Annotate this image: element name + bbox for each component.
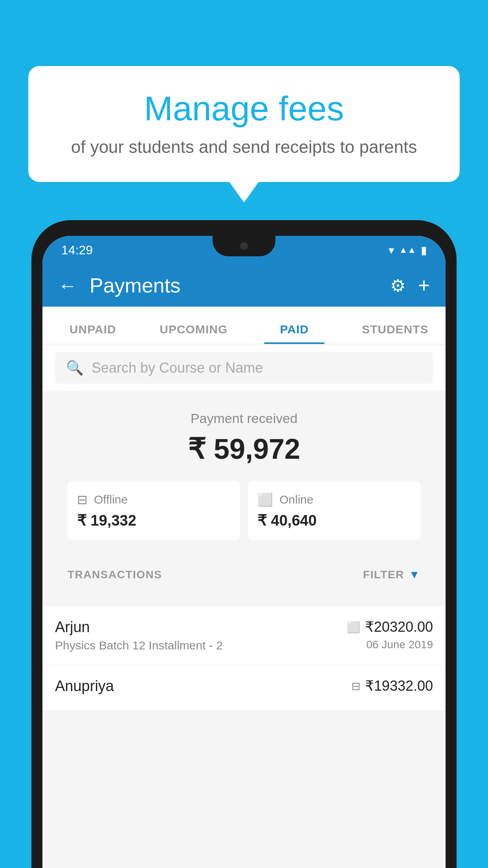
tx-pay-icon-offline: ⊟ (351, 680, 360, 693)
transactions-label: TRANSACTIONS (68, 568, 162, 581)
payment-section: Payment received ₹ 59,972 ⊟ Offline ₹ 19… (42, 392, 446, 606)
tx-left: Anupriya (55, 678, 114, 698)
camera-dot (240, 242, 248, 250)
online-icon: ⬜ (257, 492, 273, 507)
transactions-list: Arjun Physics Batch 12 Installment - 2 ⬜… (42, 606, 446, 711)
status-icons: ▾ ▲▲ ▮ (389, 244, 427, 257)
payment-amount: ₹ 59,972 (55, 432, 433, 465)
bubble-title: Manage fees (47, 90, 441, 128)
offline-icon: ⊟ (77, 492, 88, 507)
bubble-subtitle: of your students and send receipts to pa… (47, 137, 441, 157)
transactions-header: TRANSACTIONS FILTER ▼ (55, 559, 433, 590)
table-row[interactable]: Anupriya ⊟ ₹19332.00 (42, 665, 446, 711)
search-container: 🔍 Search by Course or Name (42, 344, 446, 392)
phone-screen: 14:29 ▾ ▲▲ ▮ ← Payments ⚙ + UNPAID UPCOM… (42, 236, 446, 868)
app-bar-icons: ⚙ + (390, 274, 430, 297)
tx-name: Arjun (55, 619, 223, 636)
tab-students[interactable]: STUDENTS (345, 323, 446, 344)
tx-right: ⊟ ₹19332.00 (351, 678, 433, 697)
tx-amount-row: ⊟ ₹19332.00 (351, 678, 433, 694)
online-card: ⬜ Online ₹ 40,640 (248, 481, 420, 540)
app-title: Payments (90, 274, 390, 297)
speech-bubble: Manage fees of your students and send re… (28, 66, 460, 182)
back-button[interactable]: ← (58, 275, 77, 296)
filter-label: FILTER (363, 568, 404, 581)
offline-label: Offline (94, 493, 128, 506)
online-label: Online (279, 493, 314, 506)
tx-right: ⬜ ₹20320.00 06 June 2019 (347, 619, 433, 651)
tx-left: Arjun Physics Batch 12 Installment - 2 (55, 619, 223, 652)
offline-card: ⊟ Offline ₹ 19,332 (68, 481, 240, 540)
add-icon[interactable]: + (418, 274, 430, 297)
status-bar: 14:29 ▾ ▲▲ ▮ (42, 236, 446, 264)
status-time: 14:29 (61, 243, 93, 257)
search-icon: 🔍 (66, 360, 84, 376)
settings-icon[interactable]: ⚙ (390, 276, 405, 296)
search-placeholder: Search by Course or Name (92, 360, 263, 376)
payment-label: Payment received (55, 411, 433, 426)
tx-amount: ₹20320.00 (365, 619, 433, 635)
notch (213, 236, 275, 256)
tab-paid[interactable]: PAID (244, 323, 345, 344)
tabs: UNPAID UPCOMING PAID STUDENTS (42, 307, 446, 344)
search-bar[interactable]: 🔍 Search by Course or Name (55, 352, 433, 384)
online-amount: ₹ 40,640 (257, 512, 411, 529)
offline-amount: ₹ 19,332 (77, 512, 231, 529)
app-bar: ← Payments ⚙ + (42, 264, 446, 307)
table-row[interactable]: Arjun Physics Batch 12 Installment - 2 ⬜… (42, 606, 446, 665)
tab-unpaid[interactable]: UNPAID (42, 323, 143, 344)
wifi-icon: ▾ (389, 244, 394, 257)
signal-icon: ▲▲ (399, 245, 416, 255)
filter-icon: ▼ (409, 568, 420, 581)
tx-name: Anupriya (55, 678, 114, 695)
tx-date: 06 June 2019 (347, 638, 433, 651)
cards-row: ⊟ Offline ₹ 19,332 ⬜ Online ₹ 40,640 (55, 481, 433, 559)
filter-button[interactable]: FILTER ▼ (363, 568, 420, 581)
battery-icon: ▮ (421, 244, 427, 257)
tx-amount-row: ⬜ ₹20320.00 (347, 619, 433, 635)
tx-amount: ₹19332.00 (365, 678, 433, 694)
tab-upcoming[interactable]: UPCOMING (143, 323, 244, 344)
tx-pay-icon-online: ⬜ (347, 621, 360, 634)
tx-course: Physics Batch 12 Installment - 2 (55, 639, 223, 652)
phone-frame: 14:29 ▾ ▲▲ ▮ ← Payments ⚙ + UNPAID UPCOM… (31, 220, 457, 868)
